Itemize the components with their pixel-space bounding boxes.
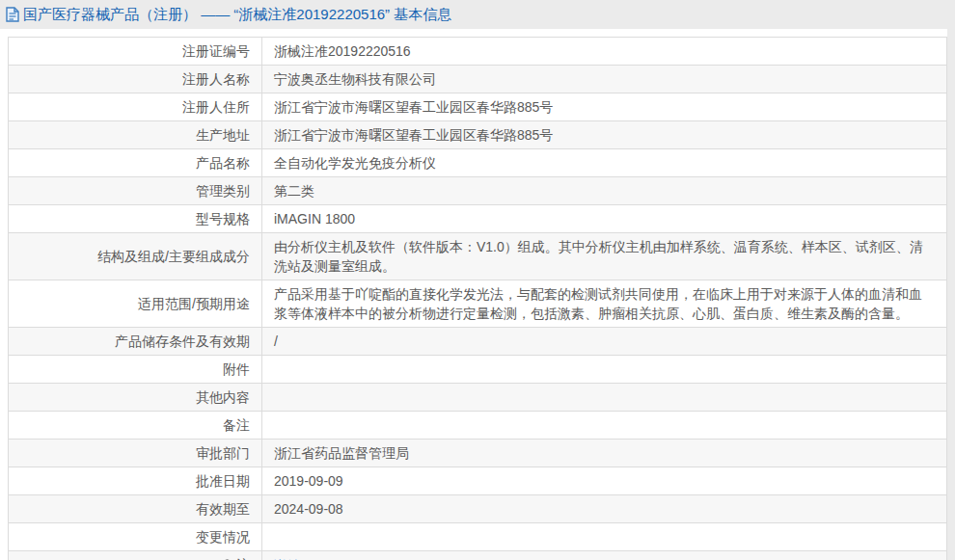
row-label: 变更情况: [9, 523, 262, 551]
row-label: 产品储存条件及有效期: [9, 328, 262, 356]
table-row: 有效期至 2024-09-08: [9, 495, 947, 523]
row-label: 备注: [9, 412, 262, 440]
row-label: 产品名称: [9, 149, 262, 177]
row-label: 注册人名称: [9, 66, 262, 93]
row-value: iMAGIN 1800: [262, 205, 947, 233]
row-value: 全自动化学发光免疫分析仪: [262, 149, 947, 177]
table-row: 管理类别 第二类: [9, 177, 947, 205]
content-panel: 注册证编号 浙械注准20192220516 注册人名称 宁波奥丞生物科技有限公司…: [0, 29, 947, 560]
table-row: 其他内容: [9, 384, 947, 412]
row-value: 第二类: [262, 177, 947, 205]
row-label: 附件: [9, 356, 262, 384]
table-row: 产品储存条件及有效期 /: [9, 328, 947, 356]
row-value: [262, 356, 947, 384]
row-value: 产品采用基于吖啶酯的直接化学发光法，与配套的检测试剂共同使用，在临床上用于对来源…: [262, 280, 947, 328]
table-row: 适用范围/预期用途 产品采用基于吖啶酯的直接化学发光法，与配套的检测试剂共同使用…: [9, 280, 947, 328]
row-label: 结构及组成/主要组成成分: [9, 233, 262, 280]
row-label-note: 注: [9, 551, 262, 560]
row-value: 2024-09-08: [262, 495, 947, 523]
table-row: 附件: [9, 356, 947, 384]
row-label: 注: [236, 555, 250, 560]
row-value: [262, 523, 947, 551]
document-icon: [6, 7, 19, 22]
row-label: 型号规格: [9, 205, 262, 233]
row-value: /: [262, 328, 947, 356]
row-label: 注册证编号: [9, 38, 262, 66]
table-row: 备注: [9, 412, 947, 440]
table-row: 注册证编号 浙械注准20192220516: [9, 38, 947, 66]
table-row: 产品名称 全自动化学发光免疫分析仪: [9, 149, 947, 177]
registration-info-table: 注册证编号 浙械注准20192220516 注册人名称 宁波奥丞生物科技有限公司…: [8, 37, 947, 560]
row-label: 有效期至: [9, 495, 262, 523]
row-label: 管理类别: [9, 177, 262, 205]
row-label: 批准日期: [9, 467, 262, 495]
row-label: 审批部门: [9, 440, 262, 467]
table-row: 注册人住所 浙江省宁波市海曙区望春工业园区春华路885号: [9, 93, 947, 121]
table-row: 变更情况: [9, 523, 947, 551]
row-label: 注册人住所: [9, 93, 262, 121]
row-value: [262, 412, 947, 440]
row-label: 生产地址: [9, 121, 262, 149]
row-value: 浙械注准20192220516: [262, 38, 947, 66]
row-value: [262, 384, 947, 412]
table-row: 生产地址 浙江省宁波市海曙区望春工业园区春华路885号: [9, 121, 947, 149]
row-value: 浙江省宁波市海曙区望春工业园区春华路885号: [262, 93, 947, 121]
page-title: 国产医疗器械产品（注册） —— “浙械注准20192220516” 基本信息: [23, 6, 451, 24]
table-row: 注册人名称 宁波奥丞生物科技有限公司: [9, 66, 947, 93]
row-label: 其他内容: [9, 384, 262, 412]
row-value: 详情: [262, 551, 947, 560]
table-row: 审批部门 浙江省药品监督管理局: [9, 440, 947, 467]
table-row: 结构及组成/主要组成成分 由分析仪主机及软件（软件版本：V1.0）组成。其中分析…: [9, 233, 947, 280]
table-row: 注 详情: [9, 551, 947, 560]
row-value: 浙江省宁波市海曙区望春工业园区春华路885号: [262, 121, 947, 149]
table-row: 型号规格 iMAGIN 1800: [9, 205, 947, 233]
row-value: 2019-09-09: [262, 467, 947, 495]
row-label: 适用范围/预期用途: [9, 280, 262, 328]
table-row: 批准日期 2019-09-09: [9, 467, 947, 495]
row-value: 宁波奥丞生物科技有限公司: [262, 66, 947, 93]
page-header: 国产医疗器械产品（注册） —— “浙械注准20192220516” 基本信息: [0, 0, 955, 29]
row-value: 浙江省药品监督管理局: [262, 440, 947, 467]
row-value: 由分析仪主机及软件（软件版本：V1.0）组成。其中分析仪主机由加样系统、温育系统…: [262, 233, 947, 280]
